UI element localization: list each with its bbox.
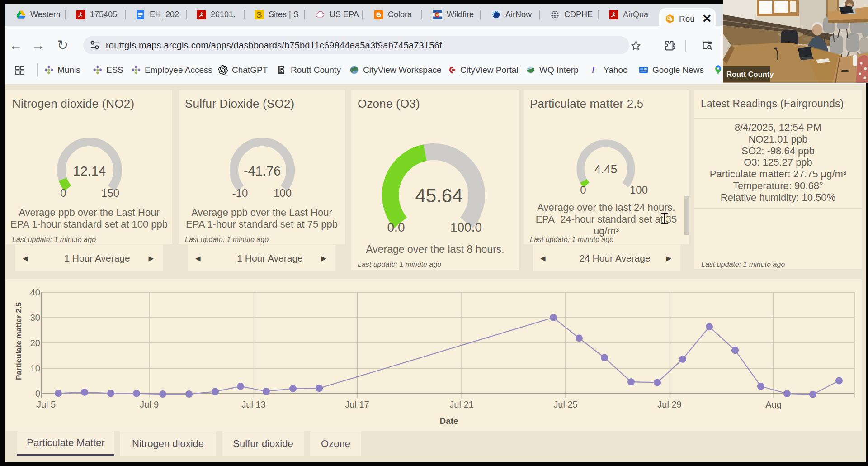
svg-text:!: !	[592, 65, 595, 75]
svg-text:Jul 21: Jul 21	[449, 399, 473, 409]
svg-text:Routt County: Routt County	[726, 70, 774, 78]
svg-text:Jul 5: Jul 5	[37, 399, 56, 409]
svg-text:10: 10	[30, 363, 40, 373]
svg-text:Particulate matter 2.5: Particulate matter 2.5	[14, 302, 23, 380]
svg-text:30: 30	[30, 313, 40, 323]
svg-text:Jul 17: Jul 17	[345, 399, 369, 409]
svg-text:Jul 25: Jul 25	[553, 399, 577, 409]
svg-text:40: 40	[30, 287, 40, 297]
svg-text:Aug: Aug	[765, 399, 782, 409]
svg-text:Jul 29: Jul 29	[657, 399, 681, 409]
svg-text:Jul 13: Jul 13	[241, 399, 265, 409]
svg-text:Jul 9: Jul 9	[140, 399, 159, 409]
svg-text:20: 20	[30, 338, 40, 348]
svg-text:Date: Date	[439, 416, 458, 426]
svg-text:0: 0	[35, 389, 40, 399]
